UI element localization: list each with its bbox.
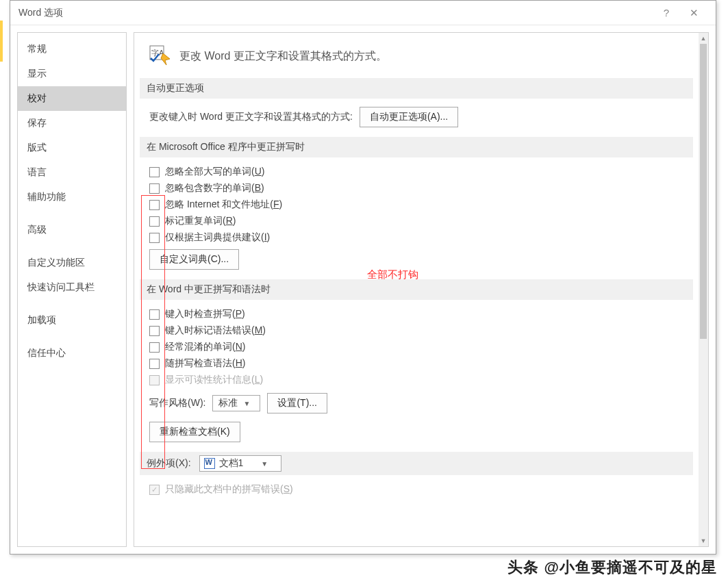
checkbox-icon[interactable] xyxy=(149,309,160,320)
section-exceptions-row: 例外项(X): 文档1 ▼ xyxy=(140,452,693,475)
section-autocorrect-title: 自动更正选项 xyxy=(140,78,693,99)
checkbox-word-0[interactable]: 键入时检查拼写(P) xyxy=(149,308,693,320)
autocorrect-options-button[interactable]: 自动更正选项(A)... xyxy=(360,107,458,127)
close-button[interactable]: ✕ xyxy=(680,1,707,25)
autocorrect-desc: 更改键入时 Word 更正文字和设置其格式的方式: xyxy=(149,111,353,123)
page-header: 字A 更改 Word 更正文字和设置其格式的方式。 xyxy=(134,33,699,77)
checkbox-icon xyxy=(149,375,160,385)
writing-style-select[interactable]: 标准▼ xyxy=(212,395,260,411)
checkbox-office-1[interactable]: 忽略包含数字的单词(B) xyxy=(149,182,693,194)
scroll-down-icon[interactable]: ▼ xyxy=(699,535,708,546)
checkbox-office-3[interactable]: 标记重复单词(R) xyxy=(149,215,693,227)
checkbox-word-1[interactable]: 键入时标记语法错误(M) xyxy=(149,324,693,337)
sidebar-item-8[interactable]: 自定义功能区 xyxy=(18,251,126,275)
scroll-up-icon[interactable]: ▲ xyxy=(699,33,708,44)
checkbox-word-3[interactable]: 随拼写检查语法(H) xyxy=(149,357,693,370)
checkbox-office-4[interactable]: 仅根据主词典提供建议(I) xyxy=(149,231,693,244)
checkbox-icon: ✓ xyxy=(149,485,160,495)
scrollbar-thumb[interactable] xyxy=(700,44,707,339)
checkbox-icon[interactable] xyxy=(149,183,160,194)
vertical-scrollbar[interactable]: ▲ ▼ xyxy=(699,33,708,546)
annotation-uncheck-all: 全部不打钩 xyxy=(367,268,418,281)
section-word-spell-grammar-title: 在 Word 中更正拼写和语法时 xyxy=(140,279,693,300)
sidebar-item-3[interactable]: 保存 xyxy=(18,111,126,136)
dialog-title: Word 选项 xyxy=(18,7,653,19)
checkbox-icon[interactable] xyxy=(149,359,160,369)
sidebar-item-1[interactable]: 显示 xyxy=(18,62,126,86)
checkbox-icon[interactable] xyxy=(149,216,160,227)
checkbox-office-0[interactable]: 忽略全部大写的单词(U) xyxy=(149,166,693,178)
checkbox-icon[interactable] xyxy=(149,233,160,243)
sidebar-item-0[interactable]: 常规 xyxy=(18,37,126,62)
sidebar-item-9[interactable]: 快速访问工具栏 xyxy=(18,275,126,300)
highlight-marker xyxy=(0,21,3,62)
sidebar: 常规显示校对保存版式语言辅助功能高级自定义功能区快速访问工具栏加载项信任中心 xyxy=(17,32,127,547)
help-button[interactable]: ? xyxy=(653,1,680,25)
sidebar-item-7[interactable]: 高级 xyxy=(18,218,126,242)
sidebar-item-6[interactable]: 辅助功能 xyxy=(18,185,126,209)
word-options-dialog: Word 选项 ? ✕ 常规显示校对保存版式语言辅助功能高级自定义功能区快速访问… xyxy=(10,0,716,555)
checkbox-icon[interactable] xyxy=(149,342,160,353)
checkbox-word-4: 显示可读性统计信息(L) xyxy=(149,374,693,386)
checkbox-office-2[interactable]: 忽略 Internet 和文件地址(F) xyxy=(149,199,693,211)
chevron-down-icon: ▼ xyxy=(261,460,268,468)
checkbox-icon[interactable] xyxy=(149,167,160,177)
exceptions-label: 例外项(X): xyxy=(147,457,191,470)
chevron-down-icon: ▼ xyxy=(243,400,250,407)
page-header-text: 更改 Word 更正文字和设置其格式的方式。 xyxy=(179,49,387,64)
checkbox-icon[interactable] xyxy=(149,200,160,210)
watermark-text: 头条 @小鱼要摘遥不可及的星 xyxy=(507,557,717,578)
sidebar-item-10[interactable]: 加载项 xyxy=(18,308,126,333)
exceptions-document-select[interactable]: 文档1 ▼ xyxy=(199,455,281,472)
word-doc-icon xyxy=(204,458,215,469)
sidebar-item-4[interactable]: 版式 xyxy=(18,136,126,160)
autocorrect-icon: 字A xyxy=(149,45,171,67)
sidebar-item-2[interactable]: 校对 xyxy=(18,86,126,111)
checkbox-icon[interactable] xyxy=(149,326,160,336)
checkbox-word-2[interactable]: 经常混淆的单词(N) xyxy=(149,341,693,353)
checkbox-hide-spelling-errors: ✓ 只隐藏此文档中的拼写错误(S) xyxy=(149,483,693,496)
writing-style-label: 写作风格(W): xyxy=(149,397,205,409)
custom-dictionary-button[interactable]: 自定义词典(C)... xyxy=(149,249,239,270)
titlebar: Word 选项 ? ✕ xyxy=(10,1,716,25)
recheck-document-button[interactable]: 重新检查文档(K) xyxy=(149,422,240,442)
writing-style-settings-button[interactable]: 设置(T)... xyxy=(267,393,327,413)
sidebar-item-11[interactable]: 信任中心 xyxy=(18,341,126,366)
section-office-spell-title: 在 Microsoft Office 程序中更正拼写时 xyxy=(140,137,693,157)
sidebar-item-5[interactable]: 语言 xyxy=(18,160,126,185)
main-panel: 字A 更改 Word 更正文字和设置其格式的方式。 自动更正选项 更改键入时 W… xyxy=(134,32,709,547)
